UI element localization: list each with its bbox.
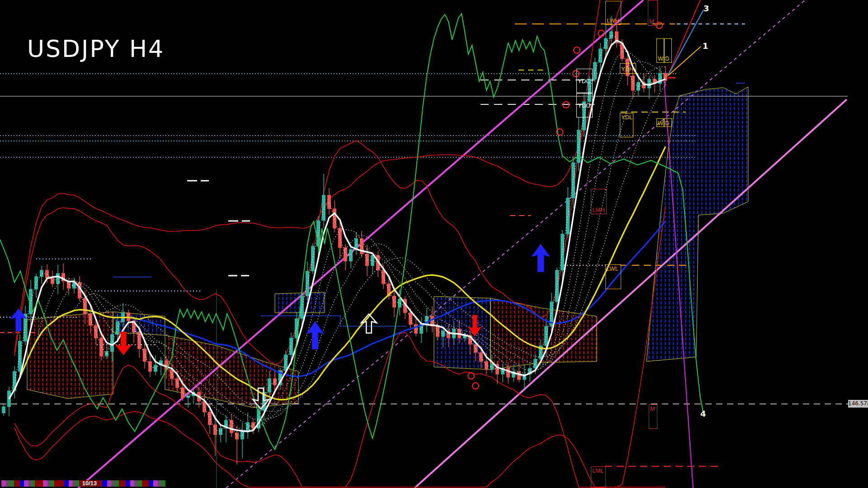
session-block [138, 480, 142, 487]
level-box-label: W [658, 119, 663, 126]
session-block [134, 480, 138, 487]
level-box-label: W [658, 55, 663, 62]
level-box-label: LMH [592, 206, 604, 213]
session-block [158, 480, 162, 487]
level-box-label: YDC [578, 78, 590, 84]
level-box-label: M [649, 18, 654, 25]
level-box-label: M [650, 405, 655, 412]
session-block [43, 480, 47, 487]
level-box-m: M [648, 0, 658, 26]
level-box-label: D [665, 119, 669, 126]
price-chart-canvas[interactable] [0, 0, 868, 488]
wave-number-1: 1 [703, 41, 708, 51]
level-box-ydo: YDO [576, 93, 593, 117]
level-box-ydc: YDC [576, 69, 593, 93]
session-block [1, 480, 6, 487]
level-box-ydl: YDL [620, 113, 633, 137]
session-block [162, 480, 165, 487]
level-box-label: LWH [607, 17, 619, 24]
session-block [47, 480, 51, 487]
level-box-label: YDH [621, 65, 633, 72]
session-block [149, 480, 153, 487]
session-block [119, 480, 126, 487]
session-block [142, 480, 149, 487]
session-block [10, 480, 14, 487]
session-block [107, 480, 111, 487]
session-block [64, 480, 69, 487]
session-block [153, 480, 158, 487]
chart-title: USDJPY H4 [27, 35, 165, 62]
session-block [14, 480, 20, 487]
level-box-lml: LML [591, 466, 606, 488]
level-box-d: D [664, 118, 672, 127]
level-box-m: M [649, 404, 657, 429]
level-box-lmh: LMH [591, 189, 607, 214]
level-box-lwh: LWH [605, 1, 621, 25]
session-block [111, 480, 115, 487]
session-block [20, 480, 24, 487]
level-box-ydh: YDH [620, 63, 636, 74]
session-block [54, 480, 64, 487]
session-block [35, 480, 43, 487]
session-date-label: 10/13 [80, 480, 99, 487]
session-block [6, 480, 10, 487]
session-block [72, 480, 76, 487]
level-box-label: YDO [578, 102, 590, 109]
session-block [126, 480, 130, 487]
level-box-label: LML [592, 467, 604, 474]
session-block [28, 480, 32, 487]
level-box-lwl: LWL [605, 264, 621, 289]
price-tag: 146.578 [848, 400, 868, 408]
level-box-d: D [664, 38, 672, 63]
session-block [130, 480, 134, 487]
session-block [115, 480, 119, 487]
session-block [51, 480, 54, 487]
level-box-label: YDL [621, 114, 632, 121]
chart-window: USDJPY H4 146.578 10/13 LWHMWDYDHYDCYDOY… [0, 0, 868, 488]
candles [2, 16, 667, 465]
ichimoku-clouds [27, 87, 748, 408]
session-block [24, 480, 28, 487]
level-box-label: D [665, 55, 669, 62]
buy-arrow-icon [531, 244, 550, 272]
wave-number-4: 4 [700, 409, 706, 418]
session-block [69, 480, 72, 487]
wave-number-3: 3 [703, 4, 709, 13]
level-box-label: LWL [607, 265, 618, 272]
session-block [102, 480, 107, 487]
